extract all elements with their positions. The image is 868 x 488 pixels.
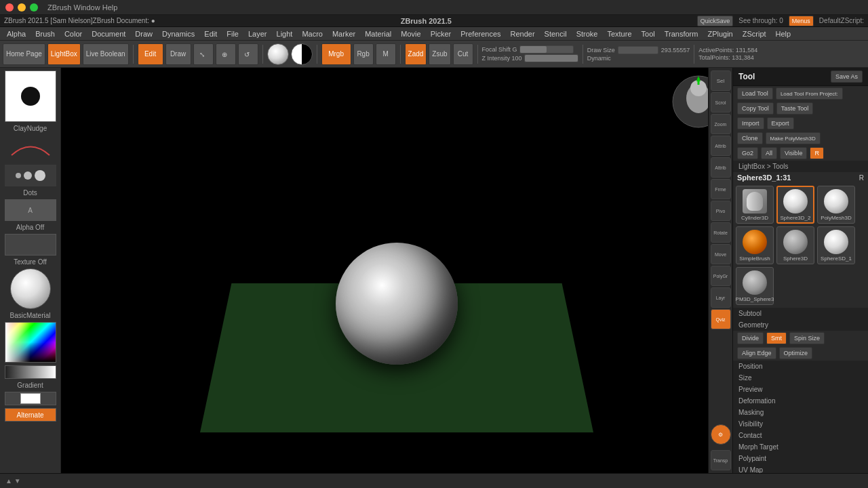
- brush-preview[interactable]: [5, 70, 56, 122]
- align-edge-btn[interactable]: Align Edge: [737, 347, 776, 359]
- color-btn[interactable]: [291, 43, 313, 65]
- mac-maximize-btn[interactable]: [30, 3, 38, 12]
- position-header[interactable]: Position: [733, 361, 868, 372]
- transp-btn[interactable]: Transp: [711, 450, 731, 470]
- tool-thumb-sphere3d[interactable]: Sphere3D_2: [776, 186, 814, 224]
- go2-btn[interactable]: Go2: [737, 147, 758, 159]
- material-sphere-preview[interactable]: [10, 268, 51, 309]
- deformation-header[interactable]: Deformation: [733, 395, 868, 407]
- menu-light[interactable]: Light: [273, 28, 297, 39]
- mrgb-btn[interactable]: Mrgb: [321, 43, 351, 65]
- clone-btn[interactable]: Clone: [737, 132, 763, 144]
- dots-preview[interactable]: [5, 165, 56, 186]
- live-boolean-btn[interactable]: Live Boolean: [83, 43, 129, 65]
- menus-btn[interactable]: Menus: [789, 16, 814, 26]
- menu-texture[interactable]: Texture: [603, 28, 635, 39]
- texture-thumb[interactable]: [5, 234, 56, 256]
- gradient-bar[interactable]: [5, 365, 56, 379]
- move-btn[interactable]: ⤡: [193, 43, 214, 65]
- polygr-btn[interactable]: PolyGr: [711, 266, 731, 286]
- home-page-btn[interactable]: Home Page: [3, 43, 45, 65]
- tool-thumb-spheresd1[interactable]: SphereSD_1: [817, 226, 855, 264]
- draw-btn[interactable]: Draw: [165, 43, 191, 65]
- menu-alpha[interactable]: Alpha: [3, 28, 30, 39]
- menu-material[interactable]: Material: [361, 28, 395, 39]
- menu-color[interactable]: Color: [60, 28, 86, 39]
- divide-btn[interactable]: Divide: [737, 332, 764, 344]
- spin-size-btn[interactable]: Spin Size: [789, 332, 825, 344]
- mac-close-btn[interactable]: [5, 3, 14, 12]
- cut-btn[interactable]: Cut: [453, 43, 473, 65]
- m-btn[interactable]: M: [376, 43, 396, 65]
- smt-btn[interactable]: Smt: [766, 332, 787, 344]
- menu-draw[interactable]: Draw: [131, 28, 157, 39]
- masking-header[interactable]: Masking: [733, 407, 868, 418]
- alpha-thumb[interactable]: Α: [5, 199, 56, 221]
- size-header[interactable]: Size: [733, 372, 868, 384]
- morph-target-header[interactable]: Morph Target: [733, 441, 868, 453]
- sel-btn[interactable]: Sel: [711, 70, 731, 91]
- frme-btn[interactable]: Frme: [711, 179, 731, 199]
- menu-document[interactable]: Document: [87, 28, 130, 39]
- mac-minimize-btn[interactable]: [18, 3, 26, 12]
- menu-zplugin[interactable]: ZPlugin: [703, 28, 736, 39]
- menu-render[interactable]: Render: [507, 28, 539, 39]
- uv-map-header[interactable]: UV Map: [733, 464, 868, 473]
- menu-stencil[interactable]: Stencil: [540, 28, 571, 39]
- all-btn[interactable]: All: [761, 147, 777, 159]
- geometry-header[interactable]: Geometry: [733, 319, 868, 331]
- menu-dynamics[interactable]: Dynamics: [158, 28, 199, 39]
- tool-thumb-pm3d[interactable]: PM3D_Sphere3: [736, 267, 774, 305]
- menu-movie[interactable]: Movie: [397, 28, 425, 39]
- material-btn[interactable]: [267, 43, 289, 65]
- menu-zscript[interactable]: ZScript: [738, 28, 770, 39]
- load-tool-btn[interactable]: Load Tool: [737, 87, 773, 100]
- scrol-btn[interactable]: Scrol: [711, 92, 731, 113]
- quicksave-btn[interactable]: QuickSave: [697, 16, 734, 26]
- lightbox-btn[interactable]: LightBox: [47, 43, 81, 65]
- menu-picker[interactable]: Picker: [427, 28, 456, 39]
- zsub-btn[interactable]: Zsub: [429, 43, 450, 65]
- visibility-header[interactable]: Visibility: [733, 418, 868, 430]
- import-btn[interactable]: Import: [737, 117, 764, 129]
- load-from-project-btn[interactable]: Load Tool From Project:: [776, 87, 843, 100]
- canvas-area[interactable]: Sel Scrol Zoom Attrib Attrib Frme Pivo R…: [61, 68, 732, 473]
- export-btn[interactable]: Export: [767, 117, 794, 129]
- attrib2-btn[interactable]: Attrib: [711, 157, 731, 178]
- subtool-header[interactable]: Subtool: [733, 308, 868, 319]
- layr-btn[interactable]: Layr: [711, 287, 731, 308]
- menu-brush[interactable]: Brush: [31, 28, 59, 39]
- lightbox-tools-header[interactable]: LightBox > Tools: [733, 161, 868, 172]
- pivo-btn[interactable]: Pivo: [711, 201, 731, 221]
- r-btn[interactable]: R: [810, 147, 824, 159]
- tool-thumb-polymesh[interactable]: PolyMesh3D: [817, 186, 855, 224]
- tool-thumb-simplebrush[interactable]: SimpleBrush: [736, 226, 774, 264]
- rotate-btn[interactable]: ↺: [238, 43, 258, 65]
- scale-btn[interactable]: ⊕: [216, 43, 236, 65]
- menu-marker[interactable]: Marker: [328, 28, 359, 39]
- menu-tool[interactable]: Tool: [637, 28, 659, 39]
- menu-help[interactable]: Help: [772, 28, 795, 39]
- color-swatch[interactable]: [5, 322, 56, 363]
- attrib-btn[interactable]: Attrib: [711, 136, 731, 156]
- menu-file[interactable]: File: [222, 28, 243, 39]
- save-as-btn[interactable]: Save As: [831, 70, 863, 83]
- contact-header[interactable]: Contact: [733, 430, 868, 441]
- menu-layer[interactable]: Layer: [244, 28, 271, 39]
- menu-macro[interactable]: Macro: [298, 28, 327, 39]
- qviz-btn[interactable]: Qviz: [711, 309, 731, 329]
- zoom-btn[interactable]: Zoom: [711, 114, 731, 134]
- tool-thumb-sphere3d-plain[interactable]: Sphere3D: [776, 226, 814, 264]
- copy-tool-btn[interactable]: Copy Tool: [737, 102, 774, 115]
- rotate-canvas-btn[interactable]: Rotate: [711, 222, 731, 243]
- tool-thumb-cylinder3d[interactable]: CylInder3D: [736, 186, 774, 224]
- move-canvas-btn[interactable]: Move: [711, 244, 731, 264]
- edit-btn[interactable]: Edit: [138, 43, 163, 65]
- preview-header[interactable]: Preview: [733, 384, 868, 395]
- bottom-tool-btn[interactable]: ⚙: [711, 424, 731, 445]
- make-polymesh-btn[interactable]: Make PolyMesh3D: [766, 132, 821, 144]
- switch-color-swatch[interactable]: [5, 392, 56, 405]
- zadd-btn[interactable]: Zadd: [405, 43, 427, 65]
- taste-tool-btn[interactable]: Taste Tool: [776, 102, 813, 115]
- rgb-btn[interactable]: Rgb: [353, 43, 374, 65]
